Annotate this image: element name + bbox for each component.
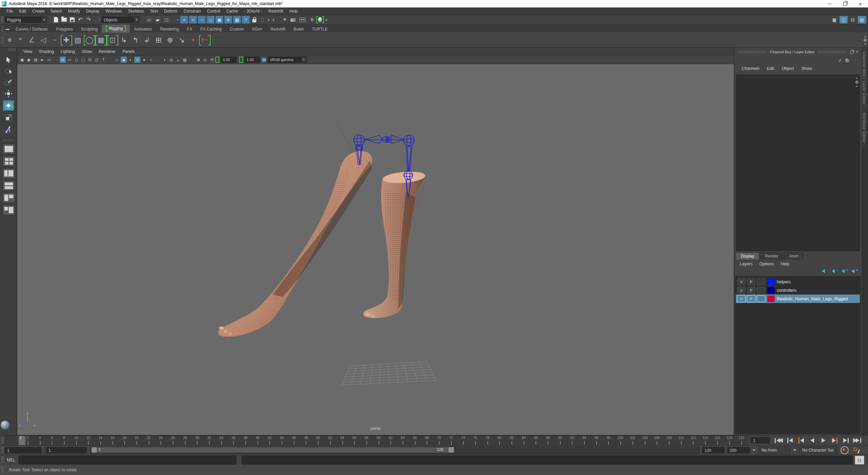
vt-exposure-icon[interactable]: ⟲	[209, 57, 215, 63]
shelf-grip[interactable]	[1, 25, 4, 33]
snap-make-live-icon[interactable]: ※	[224, 16, 232, 24]
minimize-button[interactable]	[822, 0, 837, 7]
selection-mask-field[interactable]: Objects	[101, 17, 134, 23]
panel-menu-renderer[interactable]: Renderer	[95, 49, 119, 54]
toggle-modeling-toolkit-toggle[interactable]: ▩	[830, 16, 839, 23]
undo-button[interactable]: ↶	[77, 16, 84, 23]
layer-visibility-toggle[interactable]: V	[737, 295, 746, 302]
render-current-frame-button[interactable]	[289, 16, 297, 23]
status-line-grip[interactable]	[1, 16, 4, 23]
vt-isolate-select-icon[interactable]: ▧	[182, 57, 188, 63]
vt-use-all-lights-icon[interactable]: ✳	[134, 57, 140, 63]
move-tool-button[interactable]	[3, 89, 14, 99]
color-management-toggle[interactable]: ON	[261, 57, 267, 62]
play-forwards-button[interactable]	[818, 436, 829, 444]
layer-row-realistic-human-male-legs-rigged[interactable]: V P Realistic_Human_Male_Legs_Rigged	[736, 294, 860, 303]
menu-modify[interactable]: Modify	[65, 7, 83, 15]
layer-color-swatch[interactable]	[767, 296, 775, 302]
manipulator-axis-icon[interactable]	[836, 58, 842, 63]
menu-edit[interactable]: Edit	[16, 7, 29, 15]
menu-skin[interactable]: Skin	[147, 7, 161, 15]
shelf-button-ik-handle-tool-icon[interactable]: ∠	[27, 35, 37, 45]
section-collapse-arrow[interactable]: ▶	[326, 18, 328, 21]
menu-redshift[interactable]: Redshift	[265, 7, 286, 15]
menu-constrain[interactable]: Constrain	[180, 7, 204, 15]
shelf-button-paint-skin-weights-icon[interactable]: ▨	[73, 35, 83, 45]
view-compass-sphere-icon[interactable]	[1, 421, 9, 430]
shelf-button-parent-constraint-icon[interactable]: ↳	[119, 35, 129, 45]
animation-preferences-button[interactable]	[853, 447, 860, 454]
layer-down-button[interactable]: ↓	[832, 268, 839, 274]
playback-end-field[interactable]: 120	[702, 447, 725, 453]
menu-set-selector[interactable]: Rigging	[5, 17, 41, 23]
menu-control[interactable]: Control	[204, 7, 223, 15]
range-end-handle[interactable]	[449, 447, 454, 453]
side-tab-channel-box-layer-editor[interactable]: Channel Box / Layer Editor	[862, 48, 867, 109]
menu-windows[interactable]: Windows	[102, 7, 125, 15]
auto-keyframe-toggle[interactable]	[841, 446, 849, 454]
mask-select-by-object-icon[interactable]: ▰	[154, 16, 162, 24]
panel-menu-lighting[interactable]: Lighting	[57, 49, 78, 54]
vt-shaded-icon[interactable]: ◆	[121, 57, 127, 63]
shelf-scroll-widget[interactable]: ▲ ▼	[864, 35, 867, 45]
step-back-key-button[interactable]	[795, 436, 807, 444]
vt-depth-of-field-icon[interactable]: ◒	[175, 57, 181, 63]
colorspace-dropdown-arrow[interactable]: ▼	[301, 56, 307, 63]
vt-gate-mask-icon[interactable]: ▢	[80, 57, 86, 63]
menu-help[interactable]: Help	[286, 7, 301, 15]
vt-grid-icon[interactable]: ⊞	[60, 57, 66, 63]
shelf-button-lattice-icon[interactable]: ▦	[96, 35, 106, 45]
shelf-tab-sculpting[interactable]: Sculpting	[77, 26, 102, 33]
shelf-icons-grip[interactable]	[1, 37, 4, 44]
shelf-button-scale-constraint-icon[interactable]: ⊞	[154, 35, 164, 45]
scale-tool-button[interactable]	[3, 113, 14, 123]
layer-menu-help[interactable]: Help	[777, 260, 793, 268]
shelf-tab-fx[interactable]: FX	[183, 26, 196, 33]
save-scene-button[interactable]	[68, 16, 76, 23]
hyperbolic-slider-icon[interactable]	[853, 59, 857, 62]
cb-menu-object[interactable]: Object	[778, 66, 797, 71]
panel-menu-shading[interactable]: Shading	[36, 49, 57, 54]
range-slider-track[interactable]: 1 120	[90, 446, 699, 454]
layout-four-pane-button[interactable]	[3, 156, 15, 166]
open-scene-button[interactable]	[60, 16, 68, 23]
last-tool-button[interactable]	[3, 125, 14, 135]
layer-display-type-box[interactable]	[757, 278, 765, 285]
vt-xray-icon[interactable]: ⊠	[195, 57, 201, 63]
layer-color-swatch[interactable]	[767, 279, 775, 285]
help-line-grip[interactable]	[1, 467, 4, 474]
snap-input-output-connections-icon[interactable]: ▦	[233, 16, 241, 24]
animation-end-field[interactable]: 200	[727, 447, 750, 453]
command-input-field[interactable]	[19, 456, 236, 464]
lasso-tool-button[interactable]	[3, 66, 14, 76]
scroll-down-icon[interactable]: ▼	[864, 42, 867, 45]
add-layer-with-selected-button[interactable]: +	[842, 268, 848, 274]
render-button[interactable]	[316, 16, 324, 23]
anim-layer-dropdown[interactable]	[793, 449, 796, 451]
vt-sep[interactable]	[155, 57, 161, 63]
vt-textured-icon[interactable]: ◐	[127, 57, 134, 63]
layout-single-pane-button[interactable]	[3, 144, 15, 154]
panel-menu-panels[interactable]: Panels	[119, 49, 138, 54]
range-grip[interactable]	[1, 446, 4, 454]
exposure-field[interactable]: 0.00	[221, 57, 236, 63]
layer-row-controllers[interactable]: V P controllers	[736, 286, 860, 294]
menu-3dtoall[interactable]: - 3DtoAll -	[241, 7, 265, 15]
shelf-tab-animation[interactable]: Animation	[130, 26, 156, 33]
shelf-tab-turtle[interactable]: TURTLE	[308, 26, 332, 33]
shelf-tab-bullet[interactable]: Bullet	[290, 26, 308, 33]
vt-screen-space-ao-icon[interactable]: ○	[148, 57, 154, 63]
vt-shadows-icon[interactable]: ●	[141, 57, 147, 63]
go-to-end-button[interactable]	[851, 436, 863, 444]
channel-list-area[interactable]: ▲ ▼	[736, 75, 860, 251]
vt-xray-joints-icon[interactable]: ⊔	[202, 57, 208, 63]
vt-motion-blur-icon[interactable]: ◑	[161, 57, 167, 63]
shelf-tab-custom[interactable]: Custom	[226, 26, 248, 33]
shelf-button-set-driven-key-icon[interactable]: +	[188, 35, 198, 45]
scroll-thumb[interactable]	[855, 80, 859, 84]
menu-select[interactable]: Select	[47, 7, 65, 15]
toolbox-grip[interactable]	[8, 48, 16, 51]
close-panel-button[interactable]: ×	[856, 50, 860, 54]
layer-row-helpers[interactable]: V P helpers	[736, 278, 860, 286]
time-slider-grip[interactable]	[1, 437, 4, 444]
